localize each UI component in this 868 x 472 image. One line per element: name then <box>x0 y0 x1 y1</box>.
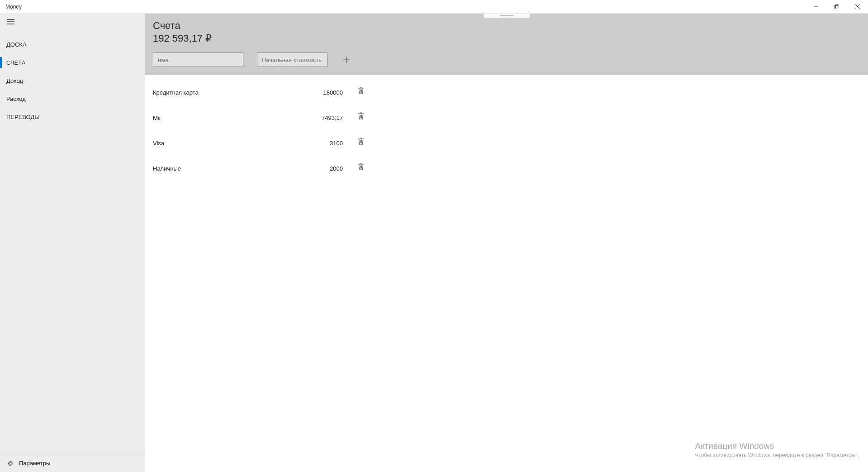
sidebar-item-label: Расход <box>6 95 26 102</box>
delete-button[interactable] <box>343 163 379 170</box>
account-value: 7493,17 <box>298 114 343 121</box>
svg-rect-1 <box>836 5 839 8</box>
sidebar-item-label: Доход <box>6 77 23 84</box>
account-row: Кредитная карта 180000 <box>153 80 860 105</box>
delete-button[interactable] <box>343 112 379 119</box>
account-name: Наличные <box>153 165 298 172</box>
gear-icon <box>6 459 14 467</box>
watermark-subtitle: Чтобы активировать Windows, перейдите в … <box>695 452 859 458</box>
account-name: Visa <box>153 140 298 147</box>
trash-icon <box>358 112 364 119</box>
close-icon <box>855 5 860 9</box>
maximize-icon <box>835 5 839 9</box>
sidebar: ДОСКА СЧЕТА Доход Расход ПЕРЕВОДЫ Параме… <box>0 14 145 472</box>
account-value: 180000 <box>298 89 343 96</box>
trash-icon <box>358 138 364 145</box>
title-bar: Money <box>0 0 868 14</box>
account-name: Кредитная карта <box>153 89 298 96</box>
account-name-input[interactable] <box>153 52 243 67</box>
sidebar-item-settings[interactable]: Параметры <box>0 454 145 472</box>
minimize-button[interactable] <box>806 0 826 13</box>
svg-rect-0 <box>835 5 838 9</box>
account-row: Наличные 2000 <box>153 156 860 181</box>
nav-list: ДОСКА СЧЕТА Доход Расход ПЕРЕВОДЫ <box>0 30 145 126</box>
account-value: 2000 <box>298 165 343 172</box>
window-title: Money <box>0 4 22 10</box>
sidebar-item-income[interactable]: Доход <box>0 72 145 90</box>
window-controls <box>806 0 868 13</box>
sidebar-item-expense[interactable]: Расход <box>0 90 145 108</box>
delete-button[interactable] <box>343 87 379 94</box>
hamburger-icon <box>7 19 14 24</box>
plus-icon <box>343 57 350 63</box>
watermark-title: Активация Windows <box>695 441 859 451</box>
sidebar-item-label: ДОСКА <box>6 41 27 48</box>
account-row: Mir 7493,17 <box>153 105 860 130</box>
hamburger-button[interactable] <box>0 14 22 30</box>
settings-label: Параметры <box>19 460 50 467</box>
sidebar-item-board[interactable]: ДОСКА <box>0 35 145 53</box>
activation-watermark: Активация Windows Чтобы активировать Win… <box>695 441 859 458</box>
content-header: Счета 192 593,17 ₽ <box>145 14 868 75</box>
account-value: 3100 <box>298 140 343 147</box>
total-sum: 192 593,17 ₽ <box>153 33 860 44</box>
page-title: Счета <box>153 20 860 32</box>
accounts-list: Кредитная карта 180000 Mir 7493,17 Visa … <box>145 75 868 186</box>
delete-button[interactable] <box>343 138 379 145</box>
account-row: Visa 3100 <box>153 130 860 156</box>
trash-icon <box>358 87 364 94</box>
sidebar-bottom: Параметры <box>0 453 145 472</box>
trash-icon <box>358 163 364 170</box>
add-button[interactable] <box>341 54 352 65</box>
add-account-row <box>153 52 860 67</box>
drag-handle[interactable] <box>483 14 530 18</box>
account-cost-input[interactable] <box>257 52 327 67</box>
content-area: Счета 192 593,17 ₽ Кредитная карта 18000… <box>145 14 868 472</box>
sidebar-item-label: ПЕРЕВОДЫ <box>6 114 40 120</box>
sidebar-item-transfers[interactable]: ПЕРЕВОДЫ <box>0 108 145 126</box>
sidebar-item-label: СЧЕТА <box>6 59 25 66</box>
minimize-icon <box>814 5 818 9</box>
close-button[interactable] <box>847 0 868 13</box>
sidebar-item-accounts[interactable]: СЧЕТА <box>0 53 145 72</box>
account-name: Mir <box>153 114 298 121</box>
maximize-button[interactable] <box>826 0 847 13</box>
